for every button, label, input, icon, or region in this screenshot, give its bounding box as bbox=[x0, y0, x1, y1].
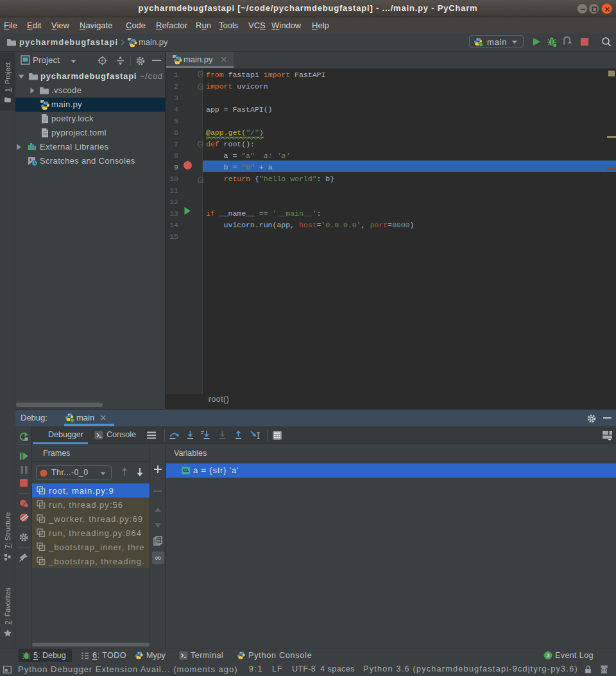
svg-text:3: 3 bbox=[546, 652, 549, 659]
